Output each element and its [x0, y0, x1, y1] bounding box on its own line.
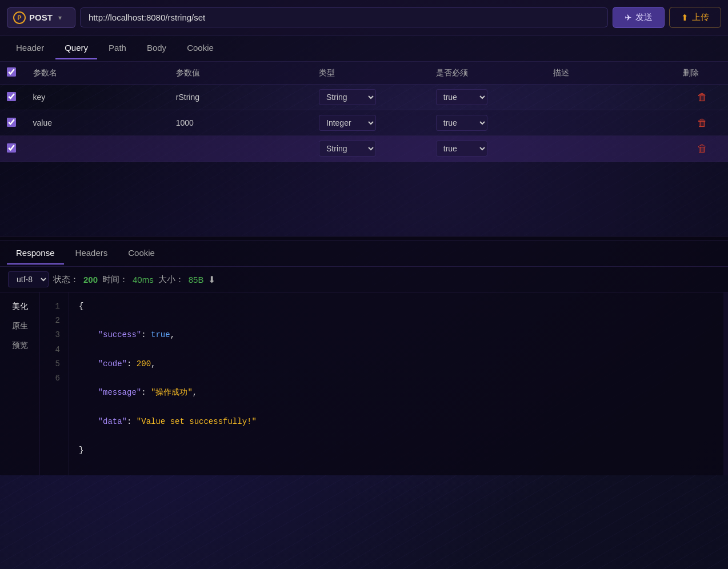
code-line-1: { — [79, 299, 713, 314]
row1-required-select[interactable]: true false — [436, 89, 487, 105]
row2-checkbox[interactable] — [7, 118, 16, 127]
th-param-required: 是否必须 — [429, 62, 546, 85]
chevron-down-icon: ▾ — [58, 14, 62, 22]
status-label: 状态： — [53, 274, 79, 285]
side-buttons: 美化 原生 预览 — [0, 292, 40, 475]
size-value: 85B — [189, 275, 204, 284]
code-content: { "success": true, "code": 200, "message… — [69, 292, 723, 475]
row1-type-select[interactable]: String Integer Boolean Number — [319, 89, 376, 105]
upload-button[interactable]: ⬆ 上传 — [669, 7, 721, 28]
response-tab-response[interactable]: Response — [7, 242, 64, 265]
row1-value: rString — [176, 93, 199, 102]
size-label: 大小： — [158, 274, 184, 285]
download-icon[interactable]: ⬇ — [208, 274, 215, 285]
time-label: 时间： — [102, 274, 128, 285]
send-icon: ✈ — [625, 13, 632, 23]
top-bar: P POST ▾ ✈ 发送 ⬆ 上传 — [0, 0, 728, 35]
th-param-value: 参数值 — [169, 62, 312, 85]
code-line-4: "message": "操作成功", — [79, 386, 713, 400]
beautify-button[interactable]: 美化 — [7, 299, 33, 314]
table-row: key rString String Integer Boolean Numbe… — [0, 85, 728, 110]
section-separator — [0, 236, 728, 241]
method-label: POST — [29, 13, 53, 22]
table-row: value 1000 String Integer Boolean Number… — [0, 110, 728, 136]
params-table: 参数名 参数值 类型 是否必须 描述 删除 — [0, 62, 728, 162]
response-tabs: Response Headers Cookie — [0, 241, 728, 267]
select-all-checkbox[interactable] — [7, 67, 16, 77]
empty-area — [0, 162, 728, 236]
send-button[interactable]: ✈ 发送 — [613, 7, 665, 28]
status-value: 200 — [83, 275, 98, 284]
response-section: Response Headers Cookie utf-8 gbk ascii … — [0, 241, 728, 475]
row1-delete-button[interactable]: 🗑 — [697, 91, 707, 103]
time-value: 40ms — [133, 275, 154, 284]
tab-body[interactable]: Body — [138, 37, 175, 59]
row3-checkbox[interactable] — [7, 143, 16, 153]
response-tab-headers[interactable]: Headers — [66, 242, 117, 265]
params-section: 参数名 参数值 类型 是否必须 描述 删除 — [0, 62, 728, 162]
method-selector[interactable]: P POST ▾ — [7, 7, 75, 28]
code-line-3: "code": 200, — [79, 357, 713, 371]
th-param-name: 参数名 — [26, 62, 169, 85]
row3-delete-button[interactable]: 🗑 — [697, 143, 707, 155]
th-param-delete: 删除 — [676, 62, 728, 85]
row1-checkbox[interactable] — [7, 92, 16, 101]
tab-path[interactable]: Path — [99, 37, 135, 59]
response-tab-cookie[interactable]: Cookie — [119, 242, 164, 265]
row2-name: value — [33, 118, 52, 127]
row2-delete-button[interactable]: 🗑 — [697, 117, 707, 129]
line-numbers: 1 2 3 4 5 6 — [40, 292, 69, 475]
row3-required-select[interactable]: true false — [436, 141, 487, 157]
preview-button[interactable]: 预览 — [7, 338, 33, 353]
table-row: String Integer Boolean Number true false… — [0, 136, 728, 162]
row2-required-select[interactable]: true false — [436, 115, 487, 131]
row2-value: 1000 — [176, 118, 194, 127]
row1-name: key — [33, 93, 46, 102]
row2-type-select[interactable]: String Integer Boolean Number — [319, 115, 376, 131]
method-icon: P — [13, 11, 26, 24]
th-param-type: 类型 — [312, 62, 429, 85]
code-line-6: } — [79, 443, 713, 458]
th-param-desc: 描述 — [546, 62, 677, 85]
code-line-2: "success": true, — [79, 328, 713, 342]
th-checkbox — [0, 62, 26, 85]
tab-cookie[interactable]: Cookie — [178, 37, 223, 59]
response-status-bar: utf-8 gbk ascii 状态： 200 时间： 40ms 大小： 85B… — [0, 267, 728, 292]
code-area: 1 2 3 4 5 6 { "success": true, "code": 2… — [40, 292, 728, 475]
scrollbar[interactable] — [723, 292, 728, 475]
upload-icon: ⬆ — [681, 13, 689, 23]
row3-type-select[interactable]: String Integer Boolean Number — [319, 141, 376, 157]
url-input[interactable] — [80, 7, 608, 27]
tab-header[interactable]: Header — [7, 37, 53, 59]
code-line-5: "data": "Value set successfully!" — [79, 415, 713, 429]
code-container: 美化 原生 预览 1 2 3 4 5 6 { "success": true, … — [0, 292, 728, 475]
request-tabs: Header Query Path Body Cookie — [0, 35, 728, 62]
tab-query[interactable]: Query — [55, 37, 97, 59]
raw-button[interactable]: 原生 — [7, 319, 33, 334]
encoding-select[interactable]: utf-8 gbk ascii — [8, 271, 49, 287]
